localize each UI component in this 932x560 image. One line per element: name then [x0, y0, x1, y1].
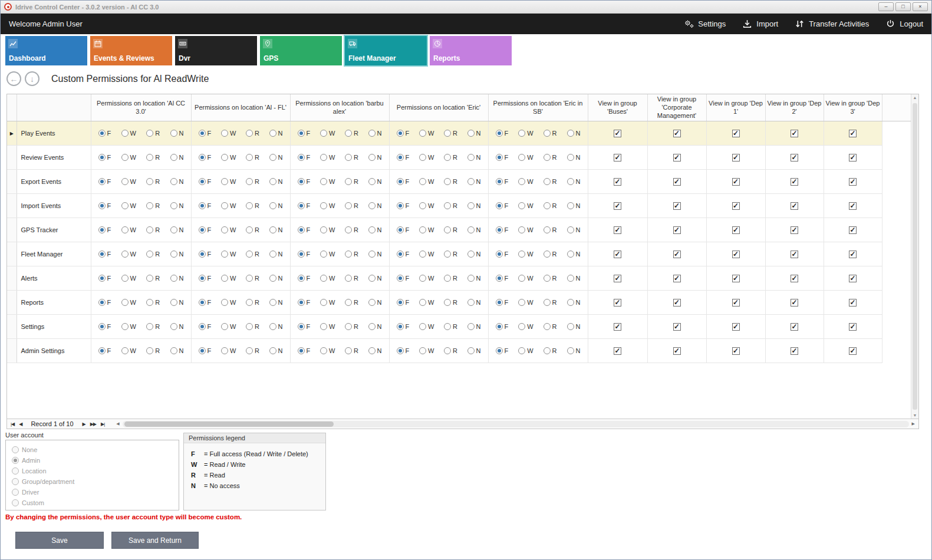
permission-radio-F[interactable]: F: [397, 226, 410, 233]
checkbox-checked-icon[interactable]: ✓: [732, 154, 740, 162]
permission-radio-W[interactable]: W: [121, 251, 136, 258]
checkbox-checked-icon[interactable]: ✓: [673, 275, 681, 282]
permission-radio-F[interactable]: F: [298, 130, 311, 137]
topbar-action-import[interactable]: Import: [742, 19, 778, 29]
permission-radio-R[interactable]: R: [345, 202, 358, 209]
checkbox-checked-icon[interactable]: ✓: [849, 275, 857, 282]
checkbox-checked-icon[interactable]: ✓: [614, 130, 621, 137]
grid-row-settings[interactable]: SettingsFWRNFWRNFWRNFWRNFWRN✓✓✓✓✓: [7, 315, 911, 339]
tab-fleet-manager[interactable]: Fleet Manager: [345, 36, 427, 65]
permission-radio-F[interactable]: F: [496, 154, 509, 161]
permission-radio-F[interactable]: F: [98, 251, 111, 258]
checkbox-checked-icon[interactable]: ✓: [673, 299, 681, 307]
scroll-down-icon[interactable]: ▼: [911, 413, 918, 417]
grid-row-gps-tracker[interactable]: GPS TrackerFWRNFWRNFWRNFWRNFWRN✓✓✓✓✓: [7, 218, 911, 242]
checkbox-checked-icon[interactable]: ✓: [791, 275, 798, 282]
permission-radio-R[interactable]: R: [345, 154, 358, 161]
checkbox-checked-icon[interactable]: ✓: [673, 347, 681, 355]
permission-radio-N[interactable]: N: [368, 154, 382, 161]
permission-radio-R[interactable]: R: [345, 299, 358, 306]
tab-gps[interactable]: GPS: [260, 36, 342, 65]
permission-radio-R[interactable]: R: [444, 275, 457, 282]
permission-radio-W[interactable]: W: [419, 178, 434, 185]
permission-radio-R[interactable]: R: [246, 130, 259, 137]
grid-row-reports[interactable]: ReportsFWRNFWRNFWRNFWRNFWRN✓✓✓✓✓: [7, 291, 911, 315]
permission-radio-F[interactable]: F: [199, 178, 212, 185]
checkbox-checked-icon[interactable]: ✓: [849, 154, 857, 162]
permission-radio-W[interactable]: W: [518, 347, 533, 354]
checkbox-checked-icon[interactable]: ✓: [849, 130, 857, 137]
permission-radio-F[interactable]: F: [496, 275, 509, 282]
account-type-driver[interactable]: Driver: [12, 487, 173, 498]
permission-radio-N[interactable]: N: [368, 178, 382, 185]
permission-radio-F[interactable]: F: [98, 226, 111, 233]
permission-radio-R[interactable]: R: [246, 202, 259, 209]
checkbox-checked-icon[interactable]: ✓: [614, 251, 621, 258]
permission-radio-W[interactable]: W: [320, 226, 335, 233]
permission-radio-R[interactable]: R: [246, 347, 259, 354]
permission-radio-F[interactable]: F: [397, 275, 410, 282]
grid-row-import-events[interactable]: Import EventsFWRNFWRNFWRNFWRNFWRN✓✓✓✓✓: [7, 194, 911, 218]
permission-radio-N[interactable]: N: [269, 299, 283, 306]
permission-radio-N[interactable]: N: [269, 323, 283, 330]
checkbox-checked-icon[interactable]: ✓: [849, 178, 857, 186]
permission-radio-N[interactable]: N: [368, 130, 382, 137]
permission-radio-F[interactable]: F: [98, 299, 111, 306]
permission-radio-F[interactable]: F: [496, 347, 509, 354]
checkbox-checked-icon[interactable]: ✓: [849, 251, 857, 258]
permission-radio-R[interactable]: R: [544, 323, 557, 330]
permission-radio-N[interactable]: N: [170, 251, 184, 258]
permission-radio-F[interactable]: F: [199, 299, 212, 306]
permission-radio-N[interactable]: N: [170, 275, 184, 282]
vertical-scrollbar[interactable]: ▲ ▼: [911, 94, 918, 419]
permission-radio-W[interactable]: W: [221, 275, 236, 282]
checkbox-checked-icon[interactable]: ✓: [791, 154, 798, 162]
permission-radio-W[interactable]: W: [221, 251, 236, 258]
permission-radio-R[interactable]: R: [146, 299, 160, 306]
checkbox-checked-icon[interactable]: ✓: [614, 154, 621, 162]
permission-radio-W[interactable]: W: [121, 130, 136, 137]
permission-radio-N[interactable]: N: [567, 275, 581, 282]
tab-dvr[interactable]: Dvr: [175, 36, 257, 65]
permission-radio-N[interactable]: N: [170, 347, 184, 354]
permission-radio-W[interactable]: W: [518, 130, 533, 137]
permission-radio-W[interactable]: W: [121, 323, 136, 330]
permission-radio-W[interactable]: W: [419, 323, 434, 330]
topbar-action-transfer-activities[interactable]: Transfer Activities: [795, 19, 869, 29]
grid-row-admin-settings[interactable]: Admin SettingsFWRNFWRNFWRNFWRNFWRN✓✓✓✓✓: [7, 339, 911, 363]
permission-radio-R[interactable]: R: [146, 154, 160, 161]
permission-radio-R[interactable]: R: [544, 130, 557, 137]
checkbox-checked-icon[interactable]: ✓: [791, 299, 798, 307]
permission-radio-F[interactable]: F: [496, 226, 509, 233]
tab-events-reviews[interactable]: Events & Reviews: [90, 36, 172, 65]
permission-radio-F[interactable]: F: [199, 226, 212, 233]
next-page-button[interactable]: ▶▶: [88, 421, 98, 427]
permission-radio-N[interactable]: N: [368, 299, 382, 306]
permission-radio-N[interactable]: N: [467, 202, 481, 209]
permission-radio-W[interactable]: W: [419, 130, 434, 137]
permission-radio-F[interactable]: F: [496, 323, 509, 330]
close-button[interactable]: ×: [913, 2, 928, 11]
permission-radio-W[interactable]: W: [320, 154, 335, 161]
permission-radio-F[interactable]: F: [397, 178, 410, 185]
permission-radio-R[interactable]: R: [444, 202, 457, 209]
permission-radio-N[interactable]: N: [467, 347, 481, 354]
checkbox-checked-icon[interactable]: ✓: [849, 299, 857, 307]
permission-radio-N[interactable]: N: [170, 154, 184, 161]
permission-radio-R[interactable]: R: [544, 251, 557, 258]
checkbox-checked-icon[interactable]: ✓: [673, 251, 681, 258]
hscroll-right-icon[interactable]: ▶: [910, 421, 917, 426]
permission-radio-R[interactable]: R: [146, 323, 160, 330]
permission-radio-W[interactable]: W: [121, 202, 136, 209]
permission-radio-N[interactable]: N: [467, 178, 481, 185]
column-header-location[interactable]: Permissions on location 'Eric': [389, 94, 488, 121]
hscroll-left-icon[interactable]: ◀: [114, 421, 121, 426]
grid-row-review-events[interactable]: Review EventsFWRNFWRNFWRNFWRNFWRN✓✓✓✓✓: [7, 146, 911, 170]
maximize-button[interactable]: □: [895, 2, 911, 11]
permission-radio-F[interactable]: F: [496, 178, 509, 185]
permission-radio-W[interactable]: W: [221, 299, 236, 306]
permission-radio-W[interactable]: W: [518, 275, 533, 282]
permission-radio-W[interactable]: W: [320, 202, 335, 209]
permission-radio-F[interactable]: F: [98, 178, 111, 185]
column-header-group[interactable]: View in group 'Corporate Management': [647, 94, 706, 121]
